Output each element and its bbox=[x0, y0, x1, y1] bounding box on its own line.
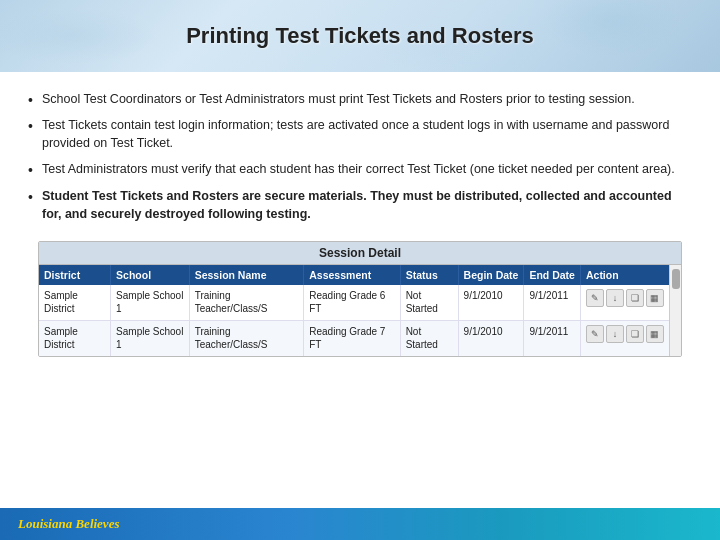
copy-icon[interactable]: ❏ bbox=[626, 325, 644, 343]
copy-icon[interactable]: ❏ bbox=[626, 289, 644, 307]
col-end-date: End Date bbox=[524, 265, 581, 285]
cell-session-name: Training Teacher/Class/S bbox=[189, 285, 304, 321]
page-title: Printing Test Tickets and Rosters bbox=[186, 23, 534, 49]
edit-icon[interactable]: ✎ bbox=[586, 289, 604, 307]
bullet-text-1: School Test Coordinators or Test Adminis… bbox=[42, 92, 635, 106]
calendar-icon[interactable]: ▦ bbox=[646, 325, 664, 343]
edit-icon[interactable]: ✎ bbox=[586, 325, 604, 343]
bullet-text-3: Test Administrators must verify that eac… bbox=[42, 162, 675, 176]
col-action: Action bbox=[580, 265, 669, 285]
bullet-text-2: Test Tickets contain test login informat… bbox=[42, 118, 669, 150]
list-item: Student Test Tickets and Rosters are sec… bbox=[28, 187, 692, 223]
footer-logo: Louisiana Believes bbox=[18, 516, 119, 532]
footer: Louisiana Believes bbox=[0, 508, 720, 540]
cell-school: Sample School 1 bbox=[111, 285, 190, 321]
col-assessment: Assessment bbox=[304, 265, 400, 285]
table-title: Session Detail bbox=[39, 242, 681, 265]
session-detail-table: Session Detail District School Session N… bbox=[38, 241, 682, 357]
data-table: District School Session Name Assessment … bbox=[39, 265, 669, 356]
download-icon[interactable]: ↓ bbox=[606, 325, 624, 343]
table-row: Sample District Sample School 1 Training… bbox=[39, 285, 669, 321]
header: Printing Test Tickets and Rosters bbox=[0, 0, 720, 72]
cell-end-date: 9/1/2011 bbox=[524, 285, 581, 321]
footer-logo-text: Louisiana bbox=[18, 516, 75, 531]
footer-logo-accent: Believes bbox=[75, 516, 119, 531]
scrollbar-thumb[interactable] bbox=[672, 269, 680, 289]
col-session-name: Session Name bbox=[189, 265, 304, 285]
table-row: Sample District Sample School 1 Training… bbox=[39, 320, 669, 356]
list-item: Test Administrators must verify that eac… bbox=[28, 160, 692, 178]
bullet-list: School Test Coordinators or Test Adminis… bbox=[28, 90, 692, 223]
cell-session-name: Training Teacher/Class/S bbox=[189, 320, 304, 356]
cell-status: Not Started bbox=[400, 320, 458, 356]
col-district: District bbox=[39, 265, 111, 285]
table-scroll-wrapper: District School Session Name Assessment … bbox=[39, 265, 681, 356]
cell-assessment: Reading Grade 6 FT bbox=[304, 285, 400, 321]
cell-assessment: Reading Grade 7 FT bbox=[304, 320, 400, 356]
bullet-text-4: Student Test Tickets and Rosters are sec… bbox=[42, 189, 672, 221]
scrollbar[interactable] bbox=[669, 265, 681, 356]
calendar-icon[interactable]: ▦ bbox=[646, 289, 664, 307]
main-content: School Test Coordinators or Test Adminis… bbox=[0, 72, 720, 367]
cell-district: Sample District bbox=[39, 320, 111, 356]
list-item: School Test Coordinators or Test Adminis… bbox=[28, 90, 692, 108]
col-begin-date: Begin Date bbox=[458, 265, 524, 285]
cell-district: Sample District bbox=[39, 285, 111, 321]
cell-begin-date: 9/1/2010 bbox=[458, 320, 524, 356]
col-status: Status bbox=[400, 265, 458, 285]
cell-begin-date: 9/1/2010 bbox=[458, 285, 524, 321]
cell-status: Not Started bbox=[400, 285, 458, 321]
action-icons-row1: ✎ ↓ ❏ ▦ bbox=[586, 289, 664, 307]
cell-actions: ✎ ↓ ❏ ▦ bbox=[580, 285, 669, 321]
table-header-row: District School Session Name Assessment … bbox=[39, 265, 669, 285]
col-school: School bbox=[111, 265, 190, 285]
download-icon[interactable]: ↓ bbox=[606, 289, 624, 307]
cell-end-date: 9/1/2011 bbox=[524, 320, 581, 356]
list-item: Test Tickets contain test login informat… bbox=[28, 116, 692, 152]
cell-school: Sample School 1 bbox=[111, 320, 190, 356]
action-icons-row2: ✎ ↓ ❏ ▦ bbox=[586, 325, 664, 343]
cell-actions: ✎ ↓ ❏ ▦ bbox=[580, 320, 669, 356]
